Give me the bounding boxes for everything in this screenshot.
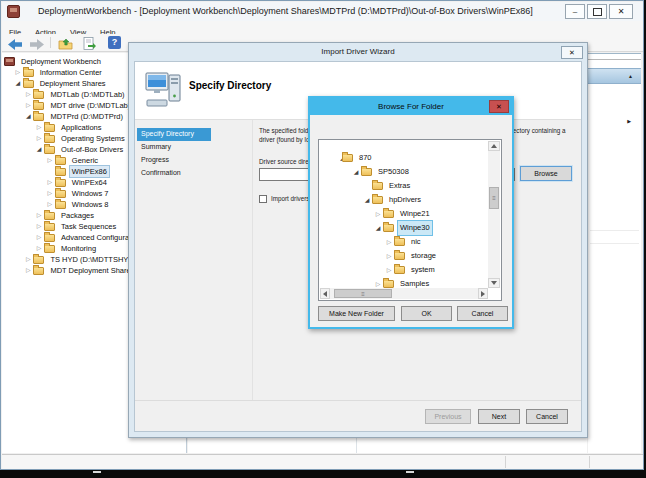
expand-arrow-icon[interactable]: ▷ <box>34 243 44 254</box>
wizard-page-title: Specify Directory <box>189 80 271 91</box>
forward-icon[interactable] <box>28 36 46 49</box>
folder-icon <box>23 69 34 77</box>
taskbar-notch <box>93 471 101 473</box>
folder-icon <box>55 157 66 165</box>
wizard-close-button[interactable]: ✕ <box>561 46 583 59</box>
folder-icon <box>394 252 405 260</box>
actions-pane-divider <box>588 59 641 60</box>
folder-icon <box>33 267 44 275</box>
close-icon: ✕ <box>618 7 625 16</box>
vertical-scroll-thumb[interactable]: ≡ <box>489 187 499 209</box>
expand-arrow-icon[interactable]: ▷ <box>34 122 44 133</box>
duplicates-checkbox[interactable] <box>259 195 267 203</box>
up-one-level-icon[interactable] <box>56 36 74 49</box>
status-bar <box>2 454 643 469</box>
vertical-scrollbar[interactable]: ≡ <box>488 141 500 288</box>
maximize-button[interactable] <box>587 4 607 19</box>
expand-arrow-icon[interactable]: ▷ <box>34 232 44 243</box>
folder-label[interactable]: Samples <box>397 276 432 288</box>
actions-separator <box>590 243 639 244</box>
make-new-folder-button[interactable]: Make New Folder <box>318 306 395 321</box>
folder-tree-row: ▷ storage <box>320 249 488 263</box>
expand-arrow-icon[interactable]: ▷ <box>45 155 55 166</box>
expand-arrow-icon[interactable]: ▷ <box>384 235 394 249</box>
scroll-down-icon[interactable] <box>488 278 500 288</box>
status-divider <box>505 456 506 468</box>
close-icon: ✕ <box>496 103 502 110</box>
folder-icon <box>372 196 383 204</box>
expand-arrow-icon[interactable]: ▷ <box>45 188 55 199</box>
folder-icon <box>33 102 44 110</box>
folder-tree: ◢ 870 ◢ SP50308 Extras <box>318 139 502 301</box>
expand-arrow-icon[interactable]: ◢ <box>362 193 372 207</box>
expand-arrow-icon[interactable]: ▷ <box>23 254 33 265</box>
export-list-icon[interactable] <box>80 36 98 49</box>
browse-close-button[interactable]: ✕ <box>489 100 509 113</box>
back-icon[interactable] <box>6 36 24 49</box>
wizard-step: Summary <box>137 141 211 154</box>
expand-arrow-icon[interactable]: ◢ <box>351 165 361 179</box>
browse-cancel-button[interactable]: Cancel <box>457 306 508 321</box>
folder-icon <box>372 182 383 190</box>
folder-icon <box>383 210 394 218</box>
wizard-step: Confirmation <box>137 167 211 180</box>
tree-item-label[interactable]: MDT Deployment Share <box>47 264 133 277</box>
expand-arrow-icon[interactable]: ▷ <box>23 265 33 276</box>
more-actions-icon[interactable]: ▶ <box>627 118 631 124</box>
expand-arrow-icon[interactable]: ◢ <box>34 144 44 155</box>
expand-arrow-icon[interactable]: ▷ <box>384 263 394 277</box>
horizontal-scroll-thumb[interactable]: ≡ <box>334 289 392 298</box>
wizard-title: Import Driver Wizard <box>129 43 587 61</box>
expand-arrow-icon[interactable]: ◢ <box>23 111 33 122</box>
expand-arrow-icon[interactable]: ▷ <box>23 89 33 100</box>
next-button[interactable]: Next <box>478 409 520 424</box>
folder-icon <box>55 201 66 209</box>
expand-arrow-icon[interactable]: ▷ <box>45 177 55 188</box>
menu-bar: FileActionViewHelp <box>2 21 643 34</box>
title-bar: DeploymentWorkbench - [Deployment Workbe… <box>2 2 643 21</box>
folder-icon <box>44 124 55 132</box>
folder-tree-row: ▷ Winpe21 <box>320 207 488 221</box>
folder-icon <box>394 238 405 246</box>
expand-arrow-icon[interactable]: ▷ <box>34 133 44 144</box>
expand-arrow-icon[interactable]: ▷ <box>45 199 55 210</box>
expand-arrow-icon[interactable]: ▷ <box>23 100 33 111</box>
collapse-pane-icon[interactable]: ▲ <box>628 73 633 79</box>
expand-arrow-icon[interactable]: ◢ <box>373 221 383 235</box>
expand-arrow-icon[interactable]: ◢ <box>13 78 23 89</box>
expand-arrow-icon[interactable]: ▷ <box>373 207 383 221</box>
help-icon[interactable]: ? <box>108 36 121 49</box>
browse-button[interactable]: Browse <box>520 166 572 181</box>
folder-tree-row: Extras <box>320 179 488 193</box>
help-glyph: ? <box>112 37 118 47</box>
wizard-step: Specify Directory <box>137 128 211 141</box>
scroll-up-icon[interactable] <box>488 141 500 151</box>
folder-icon <box>342 154 353 162</box>
folder-tree-row: ◢ 870 <box>320 151 488 165</box>
expand-arrow-icon[interactable]: ▷ <box>13 67 23 78</box>
scroll-right-icon[interactable] <box>478 288 488 299</box>
expand-arrow-icon[interactable]: ▷ <box>373 277 383 288</box>
close-button[interactable]: ✕ <box>609 4 633 19</box>
folder-tree-row: ▷ system <box>320 263 488 277</box>
folder-icon <box>55 190 66 198</box>
horizontal-scrollbar[interactable]: ≡ <box>320 288 488 299</box>
folder-icon <box>55 179 66 187</box>
ok-button[interactable]: OK <box>401 306 452 321</box>
folder-icon <box>383 280 394 288</box>
expand-arrow-icon[interactable]: ▷ <box>34 221 44 232</box>
minimize-icon: – <box>573 7 577 16</box>
wizard-footer: Previous Next Cancel <box>135 400 581 431</box>
actions-pane-header: ▲ <box>588 68 641 84</box>
folder-tree-row: ◢ hpDrivers <box>320 193 488 207</box>
folder-label[interactable]: 870 <box>356 150 375 166</box>
toolbar-separator <box>50 37 51 48</box>
expand-arrow-icon[interactable]: ▷ <box>384 249 394 263</box>
folder-icon <box>394 266 405 274</box>
scroll-left-icon[interactable] <box>320 288 330 299</box>
expand-arrow-icon[interactable]: ▷ <box>34 210 44 221</box>
folder-icon <box>33 91 44 99</box>
previous-button[interactable]: Previous <box>425 409 471 424</box>
wizard-cancel-button[interactable]: Cancel <box>526 409 568 424</box>
minimize-button[interactable]: – <box>565 4 585 19</box>
